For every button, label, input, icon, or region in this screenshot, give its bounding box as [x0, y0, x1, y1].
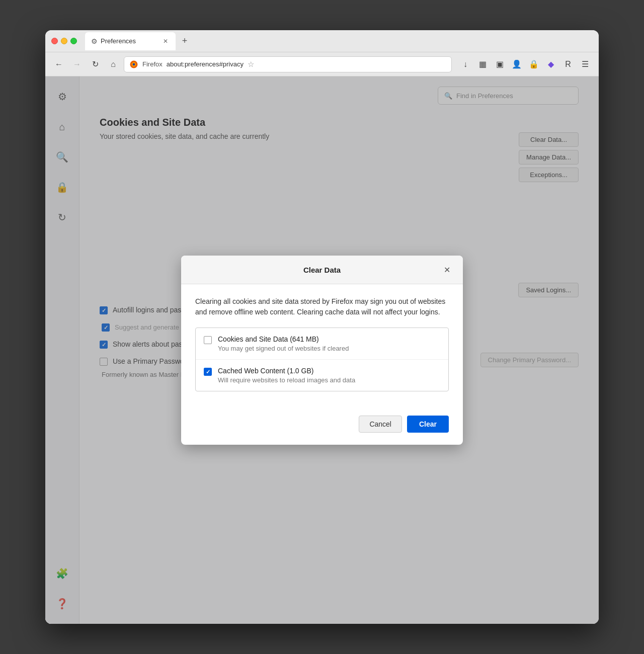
modal-description: Clearing all cookies and site data store… [195, 296, 449, 317]
cache-option-desc: Will require websites to reload images a… [218, 376, 440, 384]
menu-icon[interactable]: ☰ [578, 57, 593, 72]
clear-button[interactable]: Clear [407, 416, 449, 433]
cookies-option-desc: You may get signed out of websites if cl… [218, 345, 440, 352]
modal-body: Clearing all cookies and site data store… [181, 284, 463, 416]
tab-close-button[interactable]: ✕ [162, 37, 170, 45]
browser-window: ⚙ Preferences ✕ + ← → ↻ ⌂ Firefox [45, 30, 599, 624]
clear-data-modal: Clear Data ✕ Clearing all cookies and si… [181, 256, 463, 445]
cache-option: Cached Web Content (1.0 GB) Will require… [196, 360, 448, 391]
extension-icon[interactable]: ◆ [543, 57, 558, 72]
cookies-option-checkbox[interactable] [204, 336, 212, 344]
url-prefix: Firefox [142, 60, 163, 68]
back-icon: ← [55, 60, 63, 69]
password-icon[interactable]: R [560, 57, 576, 72]
close-button[interactable] [51, 38, 58, 44]
modal-close-button[interactable]: ✕ [441, 264, 453, 276]
protection-icon[interactable]: 🔒 [526, 57, 541, 72]
bookmarks-icon[interactable]: ▦ [475, 57, 490, 72]
traffic-lights [51, 38, 77, 44]
address-bar[interactable]: Firefox about:preferences#privacy ☆ [124, 56, 452, 72]
bookmark-star-icon[interactable]: ☆ [248, 60, 254, 69]
content-area: ⚙ ⌂ 🔍 🔒 ↻ 🧩 ❓ 🔍 Find in Preferences Cook… [45, 76, 599, 624]
toolbar-icons: ↓ ▦ ▣ 👤 🔒 ◆ R ☰ [458, 57, 593, 72]
forward-icon: → [73, 60, 81, 69]
modal-footer: Cancel Clear [181, 416, 463, 445]
title-bar: ⚙ Preferences ✕ + [45, 30, 599, 52]
nav-bar: ← → ↻ ⌂ Firefox about:preferences#privac… [45, 52, 599, 76]
home-icon: ⌂ [111, 60, 116, 69]
maximize-button[interactable] [70, 38, 77, 44]
cookies-option-content: Cookies and Site Data (641 MB) You may g… [218, 335, 440, 352]
downloads-icon[interactable]: ↓ [458, 57, 473, 72]
reload-icon: ↻ [92, 59, 99, 69]
preferences-tab-icon: ⚙ [91, 37, 98, 45]
modal-overlay: Clear Data ✕ Clearing all cookies and si… [45, 76, 599, 624]
forward-button[interactable]: → [69, 57, 85, 72]
cache-option-checkbox[interactable] [204, 368, 212, 376]
reader-view-icon[interactable]: ▣ [492, 57, 507, 72]
preferences-tab-label: Preferences [101, 37, 136, 45]
tab-bar: ⚙ Preferences ✕ + [85, 32, 593, 50]
account-icon[interactable]: 👤 [509, 57, 524, 72]
back-button[interactable]: ← [51, 57, 66, 72]
cookies-option: Cookies and Site Data (641 MB) You may g… [196, 328, 448, 360]
modal-title: Clear Data [203, 266, 441, 274]
minimize-button[interactable] [61, 38, 67, 44]
cancel-button[interactable]: Cancel [359, 416, 402, 433]
preferences-tab[interactable]: ⚙ Preferences ✕ [85, 32, 176, 50]
modal-header: Clear Data ✕ [181, 256, 463, 284]
cache-option-title: Cached Web Content (1.0 GB) [218, 367, 440, 375]
firefox-logo-icon [129, 60, 138, 69]
new-tab-button[interactable]: + [178, 34, 192, 48]
cache-option-content: Cached Web Content (1.0 GB) Will require… [218, 367, 440, 384]
url-text: about:preferences#privacy [167, 60, 244, 68]
reload-button[interactable]: ↻ [88, 57, 103, 72]
modal-options-list: Cookies and Site Data (641 MB) You may g… [195, 328, 449, 391]
home-button[interactable]: ⌂ [106, 57, 121, 72]
svg-point-2 [133, 63, 135, 65]
cookies-option-title: Cookies and Site Data (641 MB) [218, 335, 440, 343]
